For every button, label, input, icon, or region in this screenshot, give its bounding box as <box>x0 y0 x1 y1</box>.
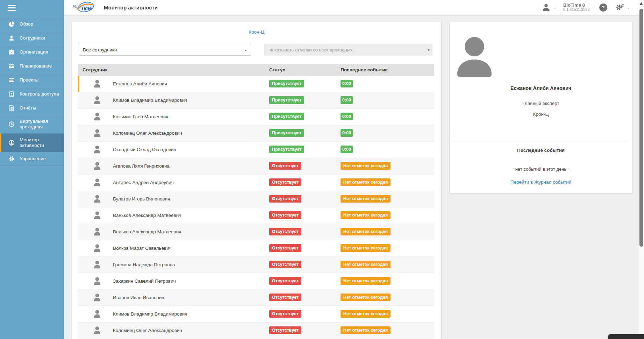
employee-name: Коломиец Олег Александрович <box>113 130 182 136</box>
last-event-badge: Нет отметок сегодня <box>341 277 391 285</box>
employee-avatar-icon <box>93 79 102 90</box>
table-header: Сотрудник Статус Последнее событие <box>78 64 434 76</box>
last-event-badge: Нет отметок сегодня <box>341 162 391 170</box>
table-row[interactable]: Ваньков Александр Матвеевич Отсутствует … <box>78 224 434 240</box>
checkpoint-select[interactable]: -показывать отметки со всех проходных- ▾ <box>264 44 432 56</box>
table-row[interactable]: Климов Владимир Владимирович Присутствуе… <box>78 92 434 109</box>
column-header-status: Статус <box>269 67 285 72</box>
employee-name: Климов Владимир Владимирович <box>113 98 187 103</box>
divider <box>455 142 627 142</box>
sidebar-item-briefcase[interactable]: Организация <box>0 45 64 59</box>
table-row[interactable]: Агапова Ляля Генриховна Отсутствует Нет … <box>78 158 434 175</box>
table-row[interactable]: Булатов Игорь Виленович Отсутствует Нет … <box>78 191 434 207</box>
hamburger-menu-icon[interactable] <box>0 0 64 17</box>
employee-avatar-icon <box>93 112 102 122</box>
sidebar-item-label: Управление <box>20 156 46 162</box>
settings-chevron-down-icon[interactable]: ⌄ <box>627 6 630 9</box>
status-badge: Отсутствует <box>269 244 301 252</box>
svg-text:Bio: Bio <box>72 3 81 9</box>
employee-name: Ваньков Александр Матвеевич <box>113 229 181 234</box>
sidebar-item-clock[interactable]: Виртуальная проходная <box>0 115 64 133</box>
last-event-badge: 0:00 <box>341 80 353 87</box>
filters-row: Все сотрудники ⌄ -показывать отметки со … <box>72 44 441 56</box>
sidebar-menu: ОбзорСотрудникиОрганизацияПланированиеПр… <box>0 17 64 166</box>
sidebar-item-person[interactable]: Сотрудники <box>0 31 64 45</box>
table-row[interactable]: Есжанов Алиби Аянович Присутствует 0:00 <box>78 76 434 92</box>
employee-avatar <box>450 32 499 82</box>
sidebar-item-id-badge[interactable]: Контроль доступа <box>0 87 64 101</box>
last-event-badge: Нет отметок сегодня <box>341 326 391 334</box>
vertical-scrollbar[interactable] <box>639 0 644 339</box>
user-menu-chevron-down-icon[interactable]: ⌄ <box>553 6 556 9</box>
event-journal-link[interactable]: Перейти в Журнал событий <box>450 179 632 185</box>
employee-avatar-icon <box>93 211 102 221</box>
product-version: 8.1.61511.2528 <box>563 7 590 12</box>
last-event-badge: Нет отметок сегодня <box>341 261 391 268</box>
employee-avatar-icon <box>93 227 102 238</box>
last-event-badge: Нет отметок сегодня <box>341 211 391 219</box>
scrollbar-thumb[interactable] <box>639 9 643 247</box>
status-badge: Отсутствует <box>269 195 301 203</box>
sidebar-item-label: Планирование <box>20 63 52 69</box>
sidebar-item-report[interactable]: Отчёты <box>0 101 64 115</box>
last-event-badge: Нет отметок сегодня <box>341 228 391 235</box>
employee-avatar-icon <box>93 96 102 106</box>
help-icon[interactable]: ? <box>599 3 608 12</box>
scrollbar-up-arrow-icon[interactable] <box>639 2 643 5</box>
product-info: BioTime 8 8.1.61511.2528 <box>563 3 590 12</box>
employee-name: Окладный Оклад Окладович <box>113 147 176 152</box>
department-link[interactable]: Крон-Ц <box>72 29 441 35</box>
employee-name: Коломиец Олег Александрович <box>113 328 182 333</box>
main-content: Крон-Ц Все сотрудники ⌄ -показывать отме… <box>64 15 644 339</box>
status-badge: Присутствует <box>269 96 304 104</box>
table-row[interactable]: Ваньков Александр Матвеевич Отсутствует … <box>78 207 434 224</box>
sidebar-item-label: Сотрудники <box>20 35 45 41</box>
employee-avatar-icon <box>93 194 102 205</box>
employee-avatar-icon <box>93 178 102 188</box>
sidebar-item-label: Обзор <box>20 21 33 27</box>
employee-name: Громова Надежда Петровна <box>113 262 175 267</box>
sidebar-item-gear[interactable]: Управление <box>0 152 64 166</box>
employee-name: Козьмин Глеб Матвеевич <box>113 114 168 119</box>
table-row[interactable]: Иванов Иван Иванович Отсутствует Нет отм… <box>78 290 434 306</box>
last-event-badge: Нет отметок сегодня <box>341 244 391 252</box>
table-row[interactable]: Козьмин Глеб Матвеевич Присутствует 0:00 <box>78 109 434 125</box>
briefcase-icon <box>8 49 15 55</box>
status-badge: Отсутствует <box>269 310 301 318</box>
sidebar-item-projects[interactable]: Проекты <box>0 73 64 87</box>
sidebar: ОбзорСотрудникиОрганизацияПланированиеПр… <box>0 0 64 339</box>
sidebar-item-pie-chart[interactable]: Обзор <box>0 17 64 31</box>
sidebar-item-calendar[interactable]: Планирование <box>0 59 64 73</box>
table-row[interactable]: Антарес Андрей Андреувич Отсутствует Нет… <box>78 175 434 191</box>
bottom-right-popup <box>608 334 644 339</box>
calendar-icon <box>8 63 15 69</box>
employee-name: Волков Марат Савельевич <box>113 246 172 251</box>
settings-gears-icon[interactable] <box>615 3 624 11</box>
employee-avatar-icon <box>93 128 102 139</box>
employee-avatar-icon <box>93 260 102 270</box>
table-row[interactable]: Волков Марат Савельевич Отсутствует Нет … <box>78 240 434 257</box>
employee-name: Захаркин Савелий Петрович <box>113 278 176 284</box>
table-row[interactable]: Климов Владимир Владимирович Отсутствует… <box>78 306 434 323</box>
employee-name: Булатов Игорь Виленович <box>113 196 170 202</box>
topbar: Bio Time Монитор активности ⌄ BioTime 8 … <box>64 0 644 15</box>
table-row[interactable]: Коломиец Олег Александрович Отсутствует … <box>78 323 434 339</box>
status-badge: Отсутствует <box>269 211 301 219</box>
employee-position: Главный эксперт <box>450 101 632 106</box>
employees-table: Сотрудник Статус Последнее событие Есжан… <box>78 64 434 339</box>
last-event-badge: Нет отметок сегодня <box>341 178 391 186</box>
svg-text:Time: Time <box>81 6 92 11</box>
clock-icon <box>8 121 15 127</box>
employees-select-chevron-down-icon: ⌄ <box>244 48 247 52</box>
employees-select[interactable]: Все сотрудники ⌄ <box>79 44 251 56</box>
user-account-icon[interactable] <box>542 3 551 12</box>
sidebar-item-label: Проекты <box>20 77 38 83</box>
employee-avatar-icon <box>93 161 102 172</box>
sidebar-item-person-circle[interactable]: Монитор активности <box>0 133 64 152</box>
table-row[interactable]: Окладный Оклад Окладович Присутствует 0:… <box>78 142 434 158</box>
table-row[interactable]: Захаркин Савелий Петрович Отсутствует Не… <box>78 273 434 290</box>
table-row[interactable]: Громова Надежда Петровна Отсутствует Нет… <box>78 257 434 273</box>
table-row[interactable]: Коломиец Олег Александрович Присутствует… <box>78 125 434 142</box>
employee-department: Крон-Ц <box>450 112 632 117</box>
last-event-badge: 0:00 <box>341 129 353 137</box>
